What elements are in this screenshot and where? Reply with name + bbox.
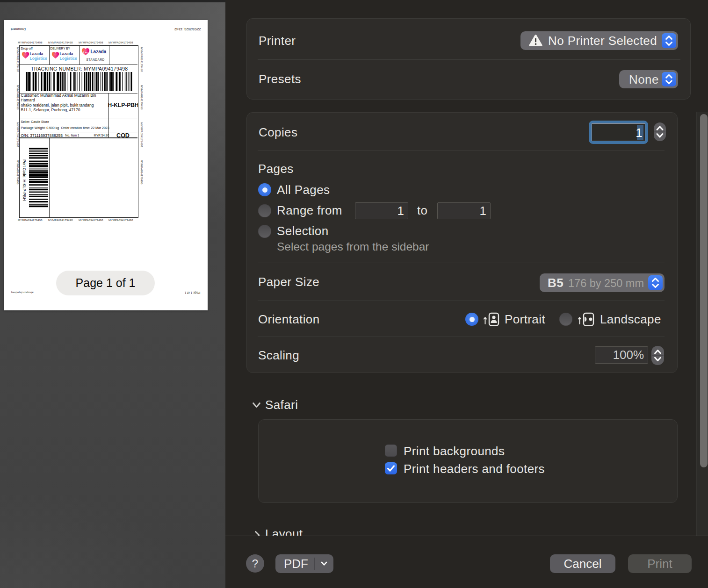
svg-text:Laz: Laz: [83, 51, 88, 54]
